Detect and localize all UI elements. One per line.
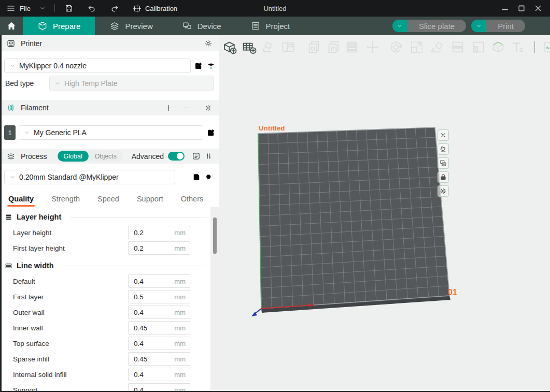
- tab-preview[interactable]: Preview: [95, 17, 167, 35]
- compare-presets-icon[interactable]: [205, 152, 213, 160]
- calibration-menu[interactable]: Calibration: [133, 4, 177, 13]
- param-value[interactable]: 0.45: [134, 324, 174, 332]
- filament-edit-icon[interactable]: [206, 128, 216, 137]
- chevron-down-icon: [9, 173, 16, 181]
- param-value[interactable]: 0.5: [134, 293, 174, 301]
- add-plate-icon[interactable]: [242, 39, 257, 55]
- param-value[interactable]: 0.4: [134, 371, 174, 379]
- param-row: Top surface0.4mm: [0, 336, 210, 351]
- prepare-icon: [37, 21, 48, 31]
- param-value[interactable]: 0.4: [134, 278, 174, 285]
- titlebar-divider: [54, 4, 55, 12]
- plate-gear-icon[interactable]: [438, 185, 449, 197]
- process-preset-select[interactable]: 0.20mm Standard @MyKlipper: [4, 170, 175, 184]
- plate-number-label: 01: [448, 288, 457, 297]
- plate-settings-icon[interactable]: [438, 157, 449, 169]
- printer-edit-icon[interactable]: [194, 61, 203, 70]
- remove-filament-icon[interactable]: [182, 104, 191, 112]
- svg-text:P: P: [331, 46, 335, 52]
- assembly-icon: [344, 39, 360, 55]
- param-tab-others[interactable]: Others: [181, 191, 204, 207]
- param-input[interactable]: 0.45mm: [128, 352, 190, 366]
- printer-settings-gear-icon[interactable]: [204, 39, 213, 48]
- svg-text:O: O: [311, 46, 315, 52]
- close-button[interactable]: [533, 4, 543, 13]
- orient-plate-icon[interactable]: [438, 143, 449, 155]
- filament-section-header: Filament: [0, 100, 219, 115]
- param-input[interactable]: 0.4mm: [128, 337, 190, 350]
- undo-icon[interactable]: [87, 4, 96, 13]
- filament-settings-gear-icon[interactable]: [204, 104, 213, 112]
- param-unit: mm: [174, 293, 186, 301]
- param-list: Layer heightLayer height0.2mmFirst layer…: [0, 207, 210, 392]
- print-dropdown-icon[interactable]: [475, 22, 483, 30]
- printer-wifi-icon[interactable]: [206, 61, 216, 70]
- advanced-toggle[interactable]: [168, 152, 185, 161]
- parameter-list-icon[interactable]: [192, 152, 201, 161]
- filament-icon: [6, 103, 16, 112]
- param-input[interactable]: 0.4mm: [128, 306, 190, 319]
- tab-device[interactable]: Device: [167, 17, 236, 35]
- param-row: Default0.4mm: [0, 273, 210, 289]
- slice-dropdown-icon[interactable]: [396, 22, 403, 30]
- save-preset-icon[interactable]: [192, 172, 201, 182]
- param-label: First layer height: [13, 244, 128, 252]
- param-input[interactable]: 0.2mm: [128, 241, 190, 255]
- param-tab-support[interactable]: Support: [137, 191, 163, 207]
- param-tab-speed[interactable]: Speed: [97, 191, 119, 207]
- scope-global[interactable]: Global: [58, 151, 89, 162]
- add-object-icon[interactable]: [222, 39, 237, 55]
- chevron-down-icon: [23, 129, 31, 136]
- param-label: First layer: [13, 293, 128, 301]
- param-input[interactable]: 0.4mm: [128, 368, 190, 381]
- chevron-down-icon[interactable]: [39, 5, 46, 12]
- bed-type-select[interactable]: High Temp Plate: [49, 76, 214, 91]
- scrollbar-thumb[interactable]: [213, 217, 217, 254]
- scope-objects[interactable]: Objects: [89, 151, 123, 162]
- param-unit: mm: [174, 278, 186, 285]
- search-params-icon[interactable]: [204, 172, 214, 182]
- tab-project[interactable]: Project: [236, 17, 305, 35]
- param-value[interactable]: 0.2: [134, 244, 174, 252]
- tab-prepare[interactable]: Prepare: [23, 17, 95, 35]
- printer-preset-select[interactable]: MyKlipper 0.4 nozzle: [4, 59, 191, 73]
- param-value[interactable]: 0.4: [134, 309, 174, 316]
- menu-icon[interactable]: [6, 4, 16, 13]
- filament-preset-select[interactable]: My Generic PLA: [19, 125, 203, 140]
- redo-icon[interactable]: [110, 4, 119, 13]
- filament-slot-badge[interactable]: 1: [4, 125, 16, 140]
- param-input[interactable]: 0.5mm: [128, 290, 190, 303]
- param-value[interactable]: 0.45: [134, 355, 174, 363]
- viewport-toolbar: OPa: [219, 39, 550, 55]
- param-input[interactable]: 0.45mm: [128, 321, 190, 335]
- chevron-down-icon: [9, 62, 16, 69]
- calibration-icon: [133, 4, 142, 13]
- slice-plate-button[interactable]: Slice plate: [392, 20, 466, 32]
- minimize-button[interactable]: [500, 4, 510, 13]
- cut-icon: [450, 39, 466, 55]
- delete-plate-icon[interactable]: [438, 129, 449, 141]
- save-icon[interactable]: [64, 4, 74, 13]
- param-label: Layer height: [13, 229, 128, 237]
- add-filament-icon[interactable]: [164, 104, 173, 112]
- param-group-header: Layer height: [0, 209, 210, 225]
- param-tab-quality[interactable]: Quality: [8, 191, 34, 207]
- lock-plate-icon[interactable]: [438, 171, 449, 183]
- param-value[interactable]: 0.4: [134, 340, 174, 347]
- param-value[interactable]: 0.2: [134, 229, 174, 237]
- maximize-button[interactable]: [517, 4, 526, 13]
- print-button[interactable]: Print: [471, 20, 525, 32]
- param-unit: mm: [174, 244, 186, 252]
- advanced-label: Advanced: [132, 152, 164, 161]
- viewport-3d[interactable]: OPa Untitled 01: [219, 35, 550, 392]
- file-menu[interactable]: File: [20, 5, 31, 12]
- plate-title-label[interactable]: Untitled: [259, 124, 285, 132]
- param-tab-strength[interactable]: Strength: [51, 191, 80, 207]
- home-button[interactable]: [0, 17, 23, 35]
- process-scope-switch[interactable]: Global Objects: [58, 151, 123, 162]
- arrange-icon: [261, 39, 276, 55]
- param-row: Outer wall0.4mm: [0, 304, 210, 320]
- param-input[interactable]: 0.4mm: [128, 274, 190, 288]
- param-input[interactable]: 0.2mm: [128, 226, 190, 239]
- build-plate[interactable]: [219, 35, 550, 392]
